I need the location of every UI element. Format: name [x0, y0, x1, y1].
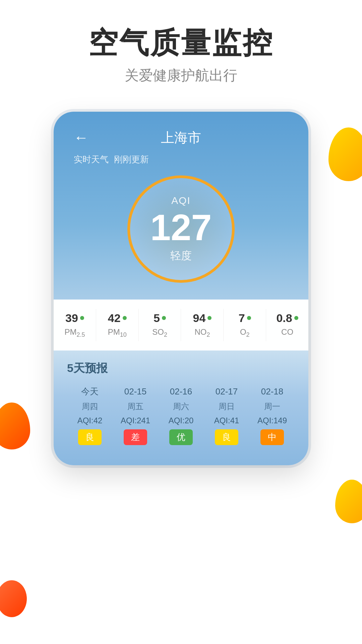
- pm25-dot: [80, 316, 84, 320]
- app-screen: ← 上海市 实时天气 刚刚更新 AQI 127 轻度 39: [54, 112, 308, 466]
- forecast-badge-3: 良: [215, 429, 238, 445]
- back-button[interactable]: ←: [74, 129, 88, 146]
- pollutant-so2: 5 SO2: [139, 309, 181, 341]
- page-header: 空气质量监控 关爱健康护航出行: [0, 0, 362, 98]
- page-title: 空气质量监控: [0, 27, 362, 59]
- forecast-badge-4: 中: [260, 429, 284, 445]
- decorative-blob-left: [0, 402, 30, 449]
- forecast-title: 5天预报: [67, 361, 295, 376]
- status-bar: 实时天气 刚刚更新: [74, 154, 288, 165]
- decorative-blob-bottom-right: [335, 480, 362, 523]
- aqi-container: AQI 127 轻度: [74, 175, 288, 300]
- phone-mockup: ← 上海市 实时天气 刚刚更新 AQI 127 轻度 39: [54, 112, 308, 466]
- pollutant-co: 0.8 CO: [266, 309, 308, 341]
- decorative-blob-bottom-left: [0, 580, 27, 617]
- decorative-blob-right: [328, 127, 362, 181]
- forecast-day-1: 02-15 周五 AQI:241 差: [113, 386, 158, 445]
- aqi-level: 轻度: [170, 249, 192, 263]
- nav-bar: ← 上海市: [74, 128, 288, 147]
- forecast-section: 5天预报 今天 周四 AQI:42 良 02-15 周五 AQI:241 差 0…: [54, 351, 308, 466]
- weather-top-section: ← 上海市 实时天气 刚刚更新 AQI 127 轻度: [54, 112, 308, 300]
- no2-dot: [207, 316, 212, 320]
- aqi-value: 127: [150, 209, 212, 246]
- forecast-grid: 今天 周四 AQI:42 良 02-15 周五 AQI:241 差 02-16 …: [67, 386, 295, 445]
- pollutant-pm25: 39 PM2.5: [54, 309, 96, 341]
- so2-dot: [162, 316, 166, 320]
- page-subtitle: 关爱健康护航出行: [0, 66, 362, 85]
- forecast-day-2: 02-16 周六 AQI:20 优: [158, 386, 204, 445]
- pollutant-no2: 94 NO2: [181, 309, 224, 341]
- status-time: 刚刚更新: [114, 154, 149, 165]
- pollutant-row: 39 PM2.5 42 PM10 5 SO2: [54, 300, 308, 351]
- city-title: 上海市: [161, 128, 201, 147]
- forecast-badge-0: 良: [78, 429, 102, 445]
- forecast-badge-2: 优: [169, 429, 193, 445]
- pollutant-o2: 7 O2: [224, 309, 266, 341]
- o2-dot: [247, 316, 251, 320]
- forecast-day-3: 02-17 周日 AQI:41 良: [204, 386, 249, 445]
- pollutant-pm10: 42 PM10: [96, 309, 139, 341]
- forecast-badge-1: 差: [124, 429, 147, 445]
- aqi-circle: AQI 127 轻度: [127, 175, 235, 283]
- forecast-day-4: 02-18 周一 AQI:149 中: [249, 386, 295, 445]
- forecast-day-0: 今天 周四 AQI:42 良: [67, 386, 113, 445]
- co-dot: [294, 316, 298, 320]
- aqi-label: AQI: [171, 195, 191, 206]
- pm10-dot: [123, 316, 127, 320]
- status-label: 实时天气: [74, 154, 109, 165]
